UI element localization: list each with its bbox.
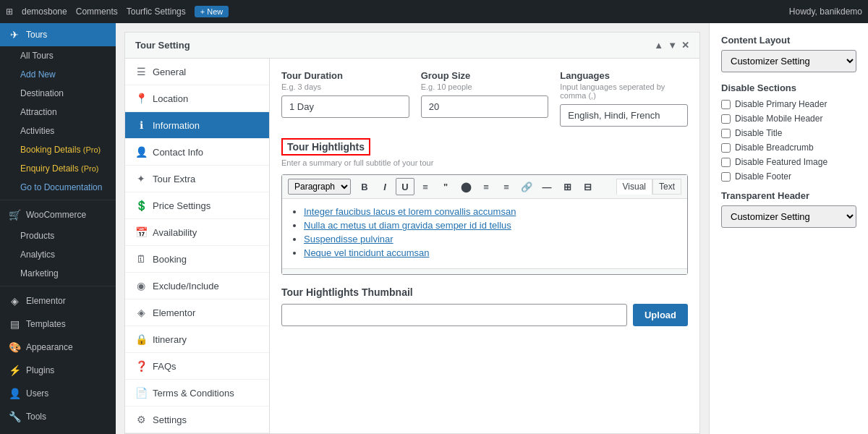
upload-button[interactable]: Upload xyxy=(633,304,688,326)
group-size-sublabel: E.g. 10 people xyxy=(421,82,549,91)
disable-checkbox[interactable] xyxy=(721,114,731,124)
sidebar-item-destination[interactable]: Destination xyxy=(0,84,116,103)
collapse-down-icon[interactable]: ▼ xyxy=(668,40,677,51)
tour-nav-terms[interactable]: 📄 Terms & Conditions xyxy=(125,380,269,407)
disable-checkbox[interactable] xyxy=(721,129,731,138)
tour-nav-general[interactable]: ☰ General xyxy=(125,59,269,85)
location-icon: 📍 xyxy=(135,93,147,104)
price-icon: 💲 xyxy=(135,200,147,211)
tour-nav-settings[interactable]: ⚙ Settings xyxy=(125,407,269,433)
contact-info-icon: 👤 xyxy=(135,146,147,158)
sidebar-item-analytics[interactable]: Analytics xyxy=(0,245,116,264)
comments-link[interactable]: Comments xyxy=(76,7,118,17)
tour-duration-sublabel: E.g. 3 days xyxy=(281,82,409,91)
tourfic-settings-link[interactable]: Tourfic Settings xyxy=(127,7,186,17)
tour-nav-tour-extra[interactable]: ✦ Tour Extra xyxy=(125,166,269,192)
tour-nav-elementor[interactable]: ◈ Elementor xyxy=(125,299,269,326)
disable-checkbox[interactable] xyxy=(721,100,731,109)
sidebar-item-appearance[interactable]: 🎨 Appearance xyxy=(0,336,116,359)
sidebar-item-activities[interactable]: Activities xyxy=(0,122,116,140)
thumbnail-input[interactable] xyxy=(281,304,627,326)
visual-tab[interactable]: Visual xyxy=(616,179,652,195)
sidebar-item-products[interactable]: Products xyxy=(0,226,116,245)
sidebar-item-templates[interactable]: ▤ Templates xyxy=(0,312,116,336)
editor-body[interactable]: Integer faucibus lacus et lorem convalli… xyxy=(282,199,687,268)
format-button[interactable]: ⊞ xyxy=(558,178,576,195)
sidebar: ✈ Tours All Tours Add New Destination At… xyxy=(0,23,116,434)
tools-icon: 🔧 xyxy=(9,411,20,422)
disable-checkbox[interactable] xyxy=(721,143,731,153)
link-button[interactable]: 🔗 xyxy=(517,178,536,195)
languages-label: Languages xyxy=(560,70,688,81)
disable-checkbox-row: Disable Featured Image xyxy=(721,157,856,167)
tour-nav-contact-info[interactable]: 👤 Contact Info xyxy=(125,139,269,166)
text-tab[interactable]: Text xyxy=(652,179,681,195)
transparent-header-select[interactable]: Customizer Setting xyxy=(721,205,856,228)
exclude-icon: ◉ xyxy=(135,280,147,292)
tour-nav-availability[interactable]: 📅 Availability xyxy=(125,219,269,246)
sidebar-item-attraction[interactable]: Attraction xyxy=(0,103,116,122)
users-icon: 👤 xyxy=(9,388,20,399)
align-center-button[interactable]: ≡ xyxy=(477,178,495,195)
woocommerce-icon: 🛒 xyxy=(9,209,20,221)
editor-content-list: Integer faucibus lacus et lorem convalli… xyxy=(289,206,680,258)
sidebar-item-booking-details[interactable]: Booking Details (Pro) xyxy=(0,140,116,159)
site-name[interactable]: demosbone xyxy=(22,7,67,17)
table-button[interactable]: ⊟ xyxy=(578,178,597,195)
sidebar-item-users[interactable]: 👤 Users xyxy=(0,382,116,405)
sidebar-item-enquiry-details[interactable]: Enquiry Details (Pro) xyxy=(0,159,116,178)
horizontal-rule-button[interactable]: — xyxy=(537,178,556,195)
close-icon[interactable]: ✕ xyxy=(681,40,689,51)
editor-resize-handle[interactable] xyxy=(282,268,687,274)
align-right-button[interactable]: ≡ xyxy=(497,178,516,195)
sidebar-item-add-new[interactable]: Add New xyxy=(0,65,116,84)
sidebar-item-go-to-docs[interactable]: Go to Documentation xyxy=(0,178,116,197)
disable-checkbox-label: Disable Footer xyxy=(735,171,791,182)
sidebar-item-tools[interactable]: 🔧 Tools xyxy=(0,405,116,428)
sidebar-item-woocommerce[interactable]: 🛒 WooCommerce xyxy=(0,203,116,226)
underline-button[interactable]: U xyxy=(396,178,414,195)
header-actions: ▲ ▼ ✕ xyxy=(654,40,689,51)
languages-input[interactable] xyxy=(560,104,688,127)
booking-icon: 🗓 xyxy=(135,253,147,265)
sidebar-item-all-tours[interactable]: All Tours xyxy=(0,46,116,65)
sidebar-item-settings[interactable]: ⚙ Settings xyxy=(0,428,116,434)
sidebar-item-tours[interactable]: ✈ Tours xyxy=(0,23,116,46)
tour-duration-label: Tour Duration xyxy=(281,70,409,81)
disable-checkbox-row: Disable Breadcrumb xyxy=(721,142,856,153)
tour-nav-itinerary[interactable]: 🔒 Itinerary xyxy=(125,326,269,353)
content-layout-select[interactable]: Customizer Setting xyxy=(721,50,856,72)
sidebar-item-plugins[interactable]: ⚡ Plugins xyxy=(0,359,116,382)
tour-nav-exclude-include[interactable]: ◉ Exclude/Include xyxy=(125,273,269,299)
editor-container: Paragraph B I U ≡ " ⬤ ≡ xyxy=(281,174,688,275)
tour-nav-information[interactable]: ℹ Information xyxy=(125,112,269,139)
tour-nav-price-settings[interactable]: 💲 Price Settings xyxy=(125,192,269,219)
paragraph-select[interactable]: Paragraph xyxy=(288,179,351,195)
disable-checkbox-label: Disable Mobile Header xyxy=(735,114,822,124)
disable-checkbox-row: Disable Mobile Header xyxy=(721,114,856,124)
italic-button[interactable]: I xyxy=(375,178,394,195)
new-button[interactable]: + New xyxy=(195,6,229,17)
group-size-input[interactable] xyxy=(421,95,549,118)
thumbnail-section: Tour Hightlights Thumbnail Upload xyxy=(281,286,688,326)
collapse-up-icon[interactable]: ▲ xyxy=(654,40,663,51)
disable-checkbox-row: Disable Footer xyxy=(721,171,856,182)
sidebar-item-marketing[interactable]: Marketing xyxy=(0,264,116,283)
highlights-title: Tour Hightlights xyxy=(281,138,370,156)
disable-checkbox[interactable] xyxy=(721,158,731,167)
settings-nav-icon: ⚙ xyxy=(135,414,147,425)
sidebar-separator-2 xyxy=(0,286,116,286)
tour-nav-location[interactable]: 📍 Location xyxy=(125,85,269,112)
disable-checkbox[interactable] xyxy=(721,172,731,182)
unordered-list-button[interactable]: ≡ xyxy=(416,178,435,195)
group-size-label: Group Size xyxy=(421,70,549,81)
sidebar-item-elementor[interactable]: ◈ Elementor xyxy=(0,289,116,312)
editor-list-item: Integer faucibus lacus et lorem convalli… xyxy=(304,206,680,217)
tour-nav-booking[interactable]: 🗓 Booking xyxy=(125,246,269,273)
tour-setting-header: Tour Setting ▲ ▼ ✕ xyxy=(125,33,699,59)
tour-nav-faqs[interactable]: ❓ FAQs xyxy=(125,353,269,380)
blockquote-button[interactable]: " xyxy=(436,178,455,195)
bold-button[interactable]: B xyxy=(355,178,374,195)
tour-duration-input[interactable] xyxy=(281,95,409,118)
align-left-button[interactable]: ⬤ xyxy=(456,178,475,195)
